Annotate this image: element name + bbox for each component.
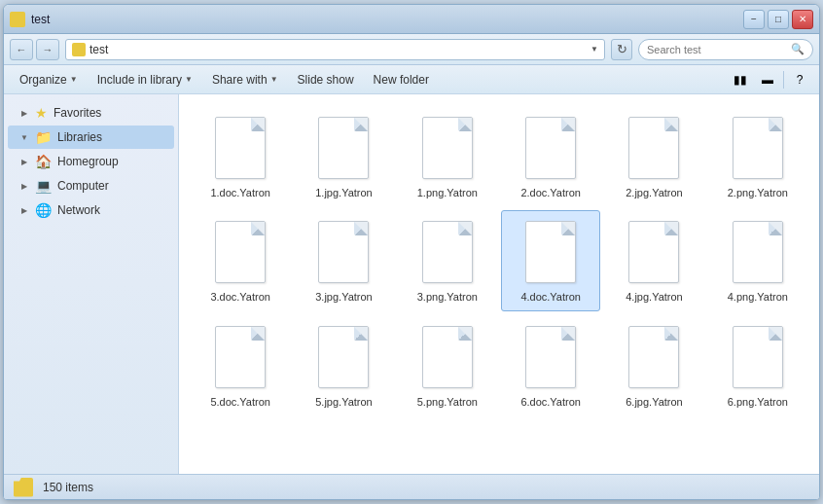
file-icon-wrapper <box>314 322 373 392</box>
libraries-label: Libraries <box>57 130 102 144</box>
sidebar-item-homegroup[interactable]: ▶ 🏠 Homegroup <box>8 150 174 173</box>
file-item[interactable]: 4.doc.Yatron <box>501 210 600 310</box>
path-dropdown-icon[interactable]: ▼ <box>590 45 598 54</box>
status-item-count: 150 items <box>43 481 93 494</box>
address-path[interactable]: test ▼ <box>65 39 605 60</box>
forward-button[interactable]: → <box>36 39 59 60</box>
file-name: 5.doc.Yatron <box>210 395 270 409</box>
sidebar-item-network[interactable]: ▶ 🌐 Network <box>8 198 174 222</box>
path-folder-icon <box>72 43 86 56</box>
file-name: 2.jpg.Yatron <box>626 186 683 199</box>
homegroup-expand-icon: ▶ <box>19 157 29 166</box>
document-shape <box>318 117 369 179</box>
title-bar: test − □ ✕ <box>4 5 819 34</box>
file-name: 1.doc.Yatron <box>210 186 270 199</box>
file-item[interactable]: 5.png.Yatron <box>398 315 497 415</box>
include-library-button[interactable]: Include in library ▼ <box>89 69 200 90</box>
search-box[interactable]: 🔍 <box>638 39 813 60</box>
slide-show-button[interactable]: Slide show <box>290 69 362 90</box>
document-shape <box>215 326 266 388</box>
file-icon-wrapper <box>418 217 477 287</box>
sidebar-item-libraries[interactable]: ▼ 📁 Libraries <box>8 126 174 149</box>
file-name: 3.doc.Yatron <box>210 290 270 304</box>
minimize-button[interactable]: − <box>743 10 765 29</box>
file-item[interactable]: 3.jpg.Yatron <box>294 210 393 310</box>
file-icon-wrapper <box>625 322 683 392</box>
new-folder-button[interactable]: New folder <box>366 69 437 90</box>
file-icon-wrapper <box>418 113 477 183</box>
file-area[interactable]: 1.doc.Yatron 1.jpg.Yatron 1.png.Yatron 2… <box>179 94 819 474</box>
share-dropdown-icon: ▼ <box>270 75 278 84</box>
file-name: 1.png.Yatron <box>417 186 478 199</box>
window-controls: − □ ✕ <box>743 10 813 29</box>
document-shape <box>628 326 679 388</box>
document-shape <box>628 117 679 179</box>
file-name: 4.png.Yatron <box>728 290 788 304</box>
path-text: test <box>89 43 108 56</box>
close-button[interactable]: ✕ <box>792 10 813 29</box>
toolbar: Organize ▼ Include in library ▼ Share wi… <box>4 65 819 94</box>
file-item[interactable]: 6.png.Yatron <box>708 315 807 415</box>
file-item[interactable]: 2.doc.Yatron <box>501 106 600 206</box>
file-name: 6.doc.Yatron <box>520 395 581 409</box>
file-item[interactable]: 5.jpg.Yatron <box>294 315 393 415</box>
file-item[interactable]: 1.doc.Yatron <box>191 106 290 206</box>
file-item[interactable]: 3.doc.Yatron <box>191 210 290 310</box>
address-bar: ← → test ▼ ↻ 🔍 <box>4 34 819 65</box>
file-name: 2.doc.Yatron <box>520 186 581 199</box>
favorites-expand-icon: ▶ <box>19 108 29 118</box>
file-item[interactable]: 6.jpg.Yatron <box>604 315 703 415</box>
sidebar: ▶ ★ Favorites ▼ 📁 Libraries ▶ 🏠 Homegrou… <box>4 94 179 474</box>
file-item[interactable]: 6.doc.Yatron <box>501 315 600 415</box>
file-name: 2.png.Yatron <box>728 186 788 199</box>
search-icon: 🔍 <box>791 43 805 55</box>
file-item[interactable]: 5.doc.Yatron <box>191 315 290 415</box>
document-shape <box>422 221 473 283</box>
sidebar-item-favorites[interactable]: ▶ ★ Favorites <box>8 101 174 125</box>
file-name: 4.jpg.Yatron <box>626 290 683 304</box>
file-icon-wrapper <box>625 217 683 287</box>
maximize-button[interactable]: □ <box>768 10 789 29</box>
file-item[interactable]: 4.jpg.Yatron <box>604 210 703 310</box>
file-icon-wrapper <box>521 217 580 287</box>
help-button[interactable]: ? <box>788 69 811 90</box>
file-item[interactable]: 4.png.Yatron <box>708 210 807 310</box>
file-name: 3.jpg.Yatron <box>315 290 373 304</box>
title-bar-left: test <box>10 12 50 27</box>
document-shape <box>733 221 783 283</box>
file-name: 3.png.Yatron <box>417 290 478 304</box>
share-with-button[interactable]: Share with ▼ <box>204 69 286 90</box>
search-input[interactable] <box>647 44 787 55</box>
file-icon-wrapper <box>418 322 477 392</box>
document-shape <box>525 117 576 179</box>
view-large-icon-button[interactable]: ▮▮ <box>729 69 752 90</box>
main-area: ▶ ★ Favorites ▼ 📁 Libraries ▶ 🏠 Homegrou… <box>4 94 819 474</box>
file-item[interactable]: 1.png.Yatron <box>398 106 497 206</box>
network-expand-icon: ▶ <box>19 205 29 215</box>
file-icon-wrapper <box>211 113 269 183</box>
file-item[interactable]: 2.png.Yatron <box>708 106 807 206</box>
file-name: 6.png.Yatron <box>728 395 788 409</box>
file-grid: 1.doc.Yatron 1.jpg.Yatron 1.png.Yatron 2… <box>187 102 811 419</box>
file-name: 5.png.Yatron <box>417 395 478 409</box>
favorites-label: Favorites <box>54 106 101 120</box>
computer-label: Computer <box>57 179 109 193</box>
file-item[interactable]: 1.jpg.Yatron <box>294 106 393 206</box>
refresh-button[interactable]: ↻ <box>611 39 632 60</box>
document-shape <box>422 326 473 388</box>
sidebar-item-computer[interactable]: ▶ 💻 Computer <box>8 174 174 198</box>
view-list-button[interactable]: ▬ <box>756 69 779 90</box>
document-shape <box>733 117 783 179</box>
file-icon-wrapper <box>729 113 787 183</box>
computer-expand-icon: ▶ <box>19 181 29 191</box>
file-item[interactable]: 3.png.Yatron <box>398 210 497 310</box>
file-icon-wrapper <box>314 113 373 183</box>
status-folder-icon <box>14 478 33 497</box>
file-icon-wrapper <box>211 322 269 392</box>
explorer-window: test − □ ✕ ← → test ▼ ↻ 🔍 Organize ▼ <box>3 4 820 500</box>
homegroup-label: Homegroup <box>57 155 119 168</box>
file-item[interactable]: 2.jpg.Yatron <box>604 106 703 206</box>
organize-button[interactable]: Organize ▼ <box>12 69 86 90</box>
document-shape <box>628 221 679 283</box>
back-button[interactable]: ← <box>10 39 33 60</box>
